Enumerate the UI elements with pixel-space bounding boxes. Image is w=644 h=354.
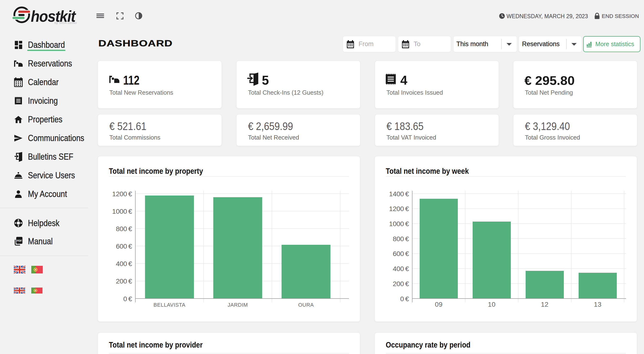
svg-text:1200 €: 1200 € bbox=[112, 190, 132, 198]
svg-text:600 €: 600 € bbox=[393, 250, 409, 257]
svg-text:200 €: 200 € bbox=[116, 277, 132, 285]
svg-text:JARDIM: JARDIM bbox=[228, 302, 248, 308]
svg-text:1400 €: 1400 € bbox=[389, 190, 409, 198]
svg-text:PDF: PDF bbox=[17, 239, 22, 242]
svg-text:1200 €: 1200 € bbox=[389, 205, 409, 213]
svg-text:800 €: 800 € bbox=[116, 225, 132, 233]
svg-text:0 €: 0 € bbox=[123, 295, 132, 303]
svg-text:0 €: 0 € bbox=[400, 295, 409, 303]
svg-text:400 €: 400 € bbox=[393, 265, 409, 272]
svg-text:800 €: 800 € bbox=[393, 235, 409, 243]
svg-text:1000 €: 1000 € bbox=[112, 208, 132, 215]
svg-text:400 €: 400 € bbox=[116, 260, 132, 267]
svg-text:200 €: 200 € bbox=[393, 280, 409, 288]
svg-text:13: 13 bbox=[594, 301, 602, 308]
svg-text:10: 10 bbox=[488, 301, 496, 308]
svg-text:1000 €: 1000 € bbox=[389, 220, 409, 228]
svg-text:600 €: 600 € bbox=[116, 242, 132, 250]
svg-text:12: 12 bbox=[541, 301, 548, 308]
svg-text:09: 09 bbox=[435, 301, 442, 308]
svg-text:BELLAVISTA: BELLAVISTA bbox=[154, 302, 186, 308]
svg-text:OURA: OURA bbox=[298, 302, 314, 308]
